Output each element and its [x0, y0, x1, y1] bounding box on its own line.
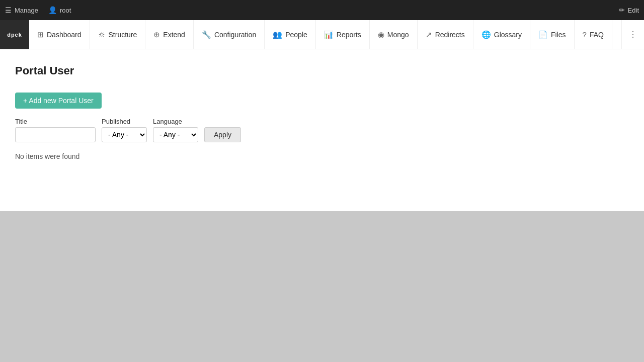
published-filter-select[interactable]: - Any -: [102, 127, 147, 142]
nav-item-configuration[interactable]: 🔧 Configuration: [194, 20, 265, 49]
edit-label: Edit: [628, 7, 639, 14]
user-icon: 👤: [48, 6, 57, 14]
title-filter-label: Title: [15, 118, 96, 125]
admin-bar: ☰ Manage 👤 root ✏ Edit: [0, 0, 644, 20]
nav-label-configuration: Configuration: [214, 31, 256, 39]
nav-item-reports[interactable]: 📊 Reports: [316, 20, 370, 49]
extend-icon: ⊕: [153, 30, 160, 39]
dashboard-icon: ⊞: [37, 30, 44, 39]
glossary-icon: 🌐: [481, 30, 491, 39]
nav-item-files[interactable]: 📄 Files: [530, 20, 575, 49]
main-content: Portal User + Add new Portal User Title …: [0, 49, 644, 175]
reports-icon: 📊: [324, 30, 334, 39]
nav-label-structure: Structure: [109, 31, 137, 39]
nav-label-dashboard: Dashboard: [47, 31, 82, 39]
edit-button[interactable]: ✏ Edit: [619, 6, 639, 14]
nav-item-mongo[interactable]: ◉ Mongo: [370, 20, 418, 49]
nav-item-redirects[interactable]: ↗ Redirects: [418, 20, 473, 49]
manage-button[interactable]: ☰ Manage: [5, 6, 38, 14]
user-button[interactable]: 👤 root: [48, 6, 71, 14]
nav-label-glossary: Glossary: [494, 31, 522, 39]
navbar-right: ⋮: [621, 20, 644, 49]
nav-label-files: Files: [551, 31, 566, 39]
title-filter-group: Title: [15, 118, 96, 142]
nav-items: ⊞ Dashboard ⛭ Structure ⊕ Extend 🔧 Confi…: [29, 20, 612, 49]
nav-item-glossary[interactable]: 🌐 Glossary: [473, 20, 530, 49]
nav-label-extend: Extend: [163, 31, 185, 39]
title-filter-input[interactable]: [15, 127, 96, 142]
more-icon: ⋮: [629, 30, 637, 39]
filter-row: Title Published - Any - Language - Any -…: [15, 118, 629, 142]
nav-item-dashboard[interactable]: ⊞ Dashboard: [29, 20, 90, 49]
people-icon: 👥: [273, 30, 282, 39]
add-portal-user-button[interactable]: + Add new Portal User: [15, 93, 102, 109]
navbar-logo[interactable]: dpck: [0, 20, 29, 49]
nav-item-structure[interactable]: ⛭ Structure: [90, 20, 146, 49]
language-filter-group: Language - Any -: [153, 118, 198, 142]
language-filter-label: Language: [153, 118, 198, 125]
redirects-icon: ↗: [426, 30, 432, 39]
faq-icon: ?: [583, 30, 587, 39]
nav-item-people[interactable]: 👥 People: [265, 20, 316, 49]
nav-label-faq: FAQ: [590, 31, 604, 39]
files-icon: 📄: [538, 30, 548, 39]
manage-icon: ☰: [5, 6, 12, 14]
navbar: dpck ⊞ Dashboard ⛭ Structure ⊕ Extend 🔧 …: [0, 20, 644, 49]
nav-item-faq[interactable]: ? FAQ: [575, 20, 612, 49]
manage-label: Manage: [15, 7, 38, 14]
admin-bar-right: ✏ Edit: [619, 6, 639, 14]
logo-text: dpck: [7, 32, 22, 38]
apply-button[interactable]: Apply: [204, 127, 241, 142]
page-title: Portal User: [15, 64, 629, 77]
no-items-message: No items were found: [15, 152, 629, 160]
user-label: root: [60, 7, 71, 14]
edit-icon: ✏: [619, 6, 625, 14]
nav-item-extend[interactable]: ⊕ Extend: [145, 20, 194, 49]
configuration-icon: 🔧: [202, 30, 211, 39]
language-filter-select[interactable]: - Any -: [153, 127, 198, 142]
admin-bar-left: ☰ Manage 👤 root: [5, 6, 71, 14]
navbar-more-button[interactable]: ⋮: [621, 20, 644, 49]
nav-label-redirects: Redirects: [435, 31, 465, 39]
nav-label-reports: Reports: [337, 31, 361, 39]
nav-label-people: People: [285, 31, 307, 39]
structure-icon: ⛭: [98, 30, 106, 39]
nav-label-mongo: Mongo: [387, 31, 409, 39]
published-filter-label: Published: [102, 118, 147, 125]
published-filter-group: Published - Any -: [102, 118, 147, 142]
mongo-icon: ◉: [378, 30, 384, 39]
